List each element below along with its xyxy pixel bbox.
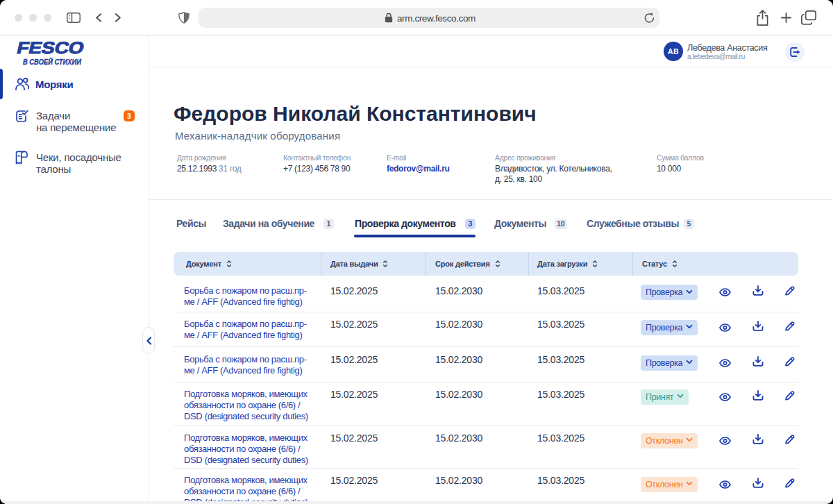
svg-text:В СВОЕЙ СТИХИИ: В СВОЕЙ СТИХИИ xyxy=(23,58,81,66)
svg-text:FESCO: FESCO xyxy=(15,40,86,56)
